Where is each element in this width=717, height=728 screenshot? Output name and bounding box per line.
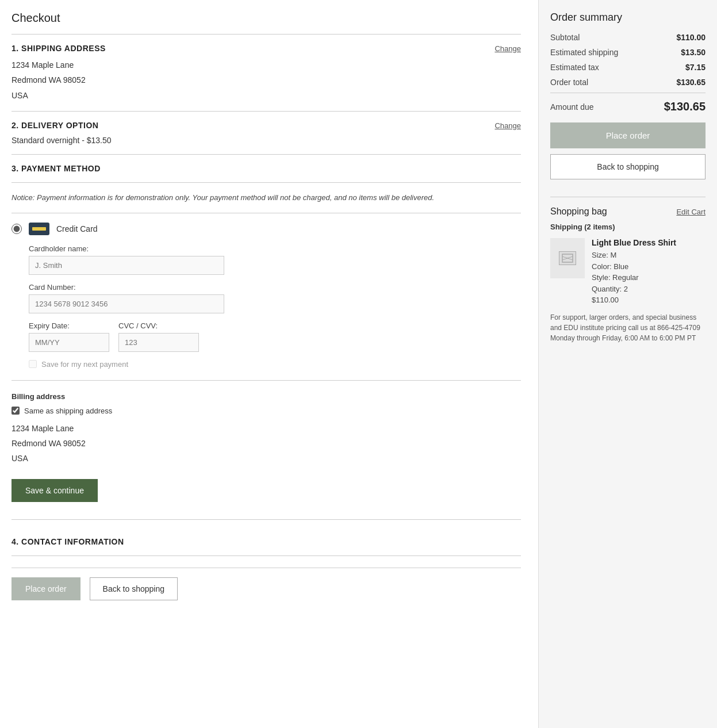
tax-row: Estimated tax $7.15 [550, 63, 706, 72]
credit-card-radio[interactable] [11, 224, 22, 234]
shipping-label: Estimated shipping [550, 48, 618, 57]
card-number-label: Card Number: [29, 283, 521, 292]
bag-item: Light Blue Dress Shirt Size: M Color: Bl… [550, 238, 706, 304]
subtotal-value: $110.00 [676, 33, 706, 42]
contact-section-title: 4. CONTACT INFORMATION [11, 537, 124, 546]
item-details: Light Blue Dress Shirt Size: M Color: Bl… [592, 238, 706, 304]
shopping-bag-header: Shopping bag Edit Cart [550, 206, 706, 217]
shipping-change-link[interactable]: Change [494, 44, 521, 53]
tax-value: $7.15 [685, 63, 706, 72]
save-continue-button[interactable]: Save & continue [11, 479, 98, 502]
billing-title: Billing address [11, 392, 521, 401]
cvc-input[interactable] [118, 333, 199, 352]
shipping-section-title: 1. SHIPPING ADDRESS [11, 44, 106, 53]
billing-address-line1: 1234 Maple Lane [11, 422, 521, 435]
credit-card-icon [29, 223, 49, 235]
page-title: Checkout [11, 12, 521, 25]
billing-address-line3: USA [11, 452, 521, 465]
delivery-option-section: 2. DELIVERY OPTION Change Standard overn… [11, 121, 521, 145]
save-payment-checkbox[interactable] [29, 360, 37, 368]
shipping-address-line2: Redmond WA 98052 [11, 74, 521, 86]
back-to-shopping-button-sidebar[interactable]: Back to shopping [550, 154, 706, 179]
shipping-address-line1: 1234 Maple Lane [11, 59, 521, 71]
back-to-shopping-button-bottom[interactable]: Back to shopping [90, 577, 178, 600]
support-text: For support, larger orders, and special … [550, 312, 706, 343]
expiry-cvc-row: Expiry Date: CVC / CVV: [29, 321, 521, 352]
payment-method-section: 3. PAYMENT METHOD Notice: Payment inform… [11, 164, 521, 502]
edit-cart-link[interactable]: Edit Cart [676, 208, 706, 216]
shipping-address-section: 1. SHIPPING ADDRESS Change 1234 Maple La… [11, 44, 521, 102]
item-size: Size: M [592, 250, 706, 261]
cardholder-name-input[interactable] [29, 256, 224, 275]
billing-address-line2: Redmond WA 98052 [11, 437, 521, 450]
cvc-label: CVC / CVV: [118, 321, 199, 330]
card-number-group: Card Number: [29, 283, 521, 313]
cardholder-label: Cardholder name: [29, 244, 521, 253]
cardholder-name-group: Cardholder name: [29, 244, 521, 275]
bottom-actions: Place order Back to shopping [11, 568, 521, 600]
total-label: Order total [550, 78, 588, 87]
billing-same-checkbox[interactable] [11, 407, 20, 415]
item-price: $110.00 [592, 296, 706, 304]
shipping-items-label: Shipping (2 items) [550, 223, 706, 231]
delivery-section-title: 2. DELIVERY OPTION [11, 121, 98, 130]
save-payment-row: Save for my next payment [29, 360, 521, 369]
total-row: Order total $130.65 [550, 78, 706, 87]
shopping-bag-title: Shopping bag [550, 206, 607, 217]
shopping-bag: Shopping bag Edit Cart Shipping (2 items… [550, 206, 706, 343]
delivery-option-text: Standard overnight - $13.50 [11, 136, 521, 145]
place-order-button-sidebar[interactable]: Place order [550, 122, 706, 148]
expiry-group: Expiry Date: [29, 321, 109, 352]
contact-info-section: 4. CONTACT INFORMATION [11, 537, 521, 546]
billing-address-section: Billing address Same as shipping address… [11, 392, 521, 465]
tax-label: Estimated tax [550, 63, 599, 72]
item-quantity: Quantity: 2 [592, 283, 706, 295]
save-payment-label: Save for my next payment [41, 360, 128, 369]
shipping-address-line3: USA [11, 89, 521, 102]
sidebar: Order summary Subtotal $110.00 Estimated… [539, 0, 717, 728]
order-summary-title: Order summary [550, 12, 706, 24]
item-name: Light Blue Dress Shirt [592, 238, 706, 247]
expiry-input[interactable] [29, 333, 109, 352]
delivery-change-link[interactable]: Change [494, 121, 521, 130]
item-image [550, 238, 585, 278]
shipping-value: $13.50 [681, 48, 706, 57]
billing-same-label: Same as shipping address [24, 407, 112, 415]
item-color: Color: Blue [592, 261, 706, 273]
payment-notice: Notice: Payment information is for demon… [11, 192, 521, 204]
subtotal-label: Subtotal [550, 33, 580, 42]
billing-same-row: Same as shipping address [11, 407, 521, 415]
amount-due-label: Amount due [550, 102, 594, 112]
card-number-input[interactable] [29, 294, 224, 313]
total-value: $130.65 [676, 78, 706, 87]
amount-due-value: $130.65 [664, 100, 706, 113]
subtotal-row: Subtotal $110.00 [550, 33, 706, 42]
amount-due-row: Amount due $130.65 [550, 100, 706, 113]
credit-card-label: Credit Card [56, 224, 98, 233]
place-order-button-bottom[interactable]: Place order [11, 577, 80, 600]
item-style: Style: Regular [592, 272, 706, 283]
expiry-label: Expiry Date: [29, 321, 109, 330]
shipping-row: Estimated shipping $13.50 [550, 48, 706, 57]
credit-card-option: Credit Card [11, 223, 521, 235]
item-image-icon [559, 251, 576, 265]
payment-section-title: 3. PAYMENT METHOD [11, 164, 101, 173]
cvc-group: CVC / CVV: [118, 321, 199, 352]
